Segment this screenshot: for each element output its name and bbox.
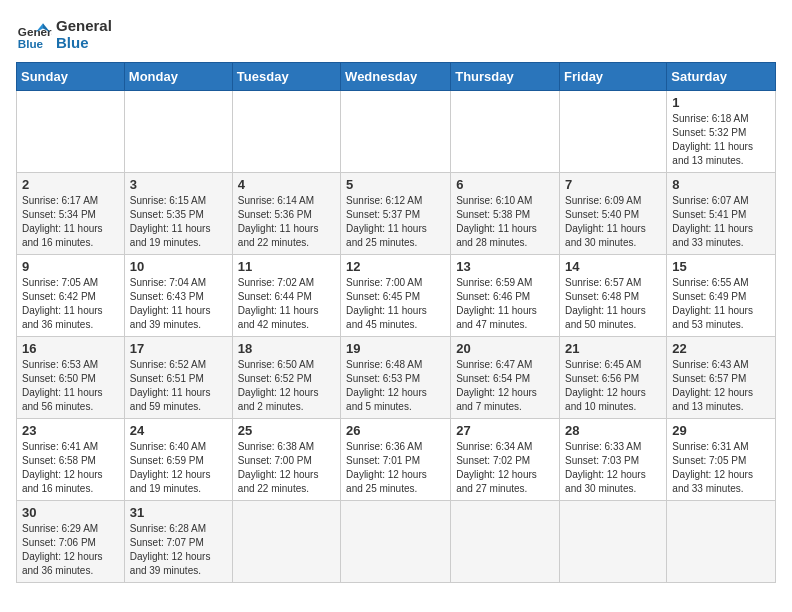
day-info: Sunrise: 6:34 AM Sunset: 7:02 PM Dayligh…: [456, 440, 554, 496]
day-info: Sunrise: 6:45 AM Sunset: 6:56 PM Dayligh…: [565, 358, 661, 414]
day-cell: 7Sunrise: 6:09 AM Sunset: 5:40 PM Daylig…: [560, 173, 667, 255]
day-number: 4: [238, 177, 335, 192]
day-info: Sunrise: 6:48 AM Sunset: 6:53 PM Dayligh…: [346, 358, 445, 414]
day-info: Sunrise: 6:57 AM Sunset: 6:48 PM Dayligh…: [565, 276, 661, 332]
day-cell: 10Sunrise: 7:04 AM Sunset: 6:43 PM Dayli…: [124, 255, 232, 337]
day-info: Sunrise: 6:18 AM Sunset: 5:32 PM Dayligh…: [672, 112, 770, 168]
logo-icon: General Blue: [16, 16, 52, 52]
day-cell: 29Sunrise: 6:31 AM Sunset: 7:05 PM Dayli…: [667, 419, 776, 501]
day-cell: [451, 501, 560, 583]
day-number: 13: [456, 259, 554, 274]
day-number: 15: [672, 259, 770, 274]
day-number: 20: [456, 341, 554, 356]
day-info: Sunrise: 6:09 AM Sunset: 5:40 PM Dayligh…: [565, 194, 661, 250]
day-cell: [560, 501, 667, 583]
day-cell: 31Sunrise: 6:28 AM Sunset: 7:07 PM Dayli…: [124, 501, 232, 583]
day-info: Sunrise: 6:36 AM Sunset: 7:01 PM Dayligh…: [346, 440, 445, 496]
day-number: 10: [130, 259, 227, 274]
day-info: Sunrise: 6:12 AM Sunset: 5:37 PM Dayligh…: [346, 194, 445, 250]
day-number: 11: [238, 259, 335, 274]
day-number: 5: [346, 177, 445, 192]
day-cell: 12Sunrise: 7:00 AM Sunset: 6:45 PM Dayli…: [341, 255, 451, 337]
day-number: 22: [672, 341, 770, 356]
day-info: Sunrise: 6:55 AM Sunset: 6:49 PM Dayligh…: [672, 276, 770, 332]
week-row-3: 9Sunrise: 7:05 AM Sunset: 6:42 PM Daylig…: [17, 255, 776, 337]
day-number: 24: [130, 423, 227, 438]
day-cell: 9Sunrise: 7:05 AM Sunset: 6:42 PM Daylig…: [17, 255, 125, 337]
day-info: Sunrise: 6:29 AM Sunset: 7:06 PM Dayligh…: [22, 522, 119, 578]
day-cell: 11Sunrise: 7:02 AM Sunset: 6:44 PM Dayli…: [232, 255, 340, 337]
logo-blue: Blue: [56, 34, 112, 51]
day-cell: 1Sunrise: 6:18 AM Sunset: 5:32 PM Daylig…: [667, 91, 776, 173]
day-number: 2: [22, 177, 119, 192]
weekday-saturday: Saturday: [667, 63, 776, 91]
day-cell: 8Sunrise: 6:07 AM Sunset: 5:41 PM Daylig…: [667, 173, 776, 255]
day-info: Sunrise: 6:28 AM Sunset: 7:07 PM Dayligh…: [130, 522, 227, 578]
day-cell: 30Sunrise: 6:29 AM Sunset: 7:06 PM Dayli…: [17, 501, 125, 583]
day-cell: 4Sunrise: 6:14 AM Sunset: 5:36 PM Daylig…: [232, 173, 340, 255]
day-number: 17: [130, 341, 227, 356]
day-info: Sunrise: 6:14 AM Sunset: 5:36 PM Dayligh…: [238, 194, 335, 250]
day-cell: 19Sunrise: 6:48 AM Sunset: 6:53 PM Dayli…: [341, 337, 451, 419]
day-cell: [667, 501, 776, 583]
day-info: Sunrise: 6:33 AM Sunset: 7:03 PM Dayligh…: [565, 440, 661, 496]
day-cell: 16Sunrise: 6:53 AM Sunset: 6:50 PM Dayli…: [17, 337, 125, 419]
day-number: 3: [130, 177, 227, 192]
day-cell: 5Sunrise: 6:12 AM Sunset: 5:37 PM Daylig…: [341, 173, 451, 255]
day-cell: [341, 91, 451, 173]
day-cell: [17, 91, 125, 173]
day-cell: 27Sunrise: 6:34 AM Sunset: 7:02 PM Dayli…: [451, 419, 560, 501]
weekday-friday: Friday: [560, 63, 667, 91]
day-cell: 14Sunrise: 6:57 AM Sunset: 6:48 PM Dayli…: [560, 255, 667, 337]
day-info: Sunrise: 6:40 AM Sunset: 6:59 PM Dayligh…: [130, 440, 227, 496]
day-info: Sunrise: 6:47 AM Sunset: 6:54 PM Dayligh…: [456, 358, 554, 414]
day-info: Sunrise: 6:31 AM Sunset: 7:05 PM Dayligh…: [672, 440, 770, 496]
day-cell: [232, 501, 340, 583]
logo-general: General: [56, 17, 112, 34]
logo: General Blue General Blue: [16, 16, 112, 52]
day-cell: 28Sunrise: 6:33 AM Sunset: 7:03 PM Dayli…: [560, 419, 667, 501]
day-cell: [341, 501, 451, 583]
day-info: Sunrise: 6:15 AM Sunset: 5:35 PM Dayligh…: [130, 194, 227, 250]
day-number: 9: [22, 259, 119, 274]
week-row-6: 30Sunrise: 6:29 AM Sunset: 7:06 PM Dayli…: [17, 501, 776, 583]
day-number: 8: [672, 177, 770, 192]
day-number: 29: [672, 423, 770, 438]
day-cell: 18Sunrise: 6:50 AM Sunset: 6:52 PM Dayli…: [232, 337, 340, 419]
week-row-1: 1Sunrise: 6:18 AM Sunset: 5:32 PM Daylig…: [17, 91, 776, 173]
day-number: 14: [565, 259, 661, 274]
day-number: 12: [346, 259, 445, 274]
day-cell: 25Sunrise: 6:38 AM Sunset: 7:00 PM Dayli…: [232, 419, 340, 501]
day-info: Sunrise: 6:10 AM Sunset: 5:38 PM Dayligh…: [456, 194, 554, 250]
day-number: 25: [238, 423, 335, 438]
day-number: 27: [456, 423, 554, 438]
day-info: Sunrise: 6:59 AM Sunset: 6:46 PM Dayligh…: [456, 276, 554, 332]
day-info: Sunrise: 6:17 AM Sunset: 5:34 PM Dayligh…: [22, 194, 119, 250]
day-cell: 20Sunrise: 6:47 AM Sunset: 6:54 PM Dayli…: [451, 337, 560, 419]
week-row-4: 16Sunrise: 6:53 AM Sunset: 6:50 PM Dayli…: [17, 337, 776, 419]
day-info: Sunrise: 6:50 AM Sunset: 6:52 PM Dayligh…: [238, 358, 335, 414]
weekday-monday: Monday: [124, 63, 232, 91]
page-header: General Blue General Blue: [16, 16, 776, 52]
day-cell: 24Sunrise: 6:40 AM Sunset: 6:59 PM Dayli…: [124, 419, 232, 501]
day-number: 23: [22, 423, 119, 438]
day-number: 6: [456, 177, 554, 192]
day-number: 21: [565, 341, 661, 356]
day-cell: 2Sunrise: 6:17 AM Sunset: 5:34 PM Daylig…: [17, 173, 125, 255]
day-info: Sunrise: 7:00 AM Sunset: 6:45 PM Dayligh…: [346, 276, 445, 332]
day-cell: 3Sunrise: 6:15 AM Sunset: 5:35 PM Daylig…: [124, 173, 232, 255]
day-number: 19: [346, 341, 445, 356]
day-cell: 23Sunrise: 6:41 AM Sunset: 6:58 PM Dayli…: [17, 419, 125, 501]
weekday-header-row: SundayMondayTuesdayWednesdayThursdayFrid…: [17, 63, 776, 91]
day-cell: 21Sunrise: 6:45 AM Sunset: 6:56 PM Dayli…: [560, 337, 667, 419]
day-cell: 26Sunrise: 6:36 AM Sunset: 7:01 PM Dayli…: [341, 419, 451, 501]
day-number: 26: [346, 423, 445, 438]
week-row-2: 2Sunrise: 6:17 AM Sunset: 5:34 PM Daylig…: [17, 173, 776, 255]
day-cell: 15Sunrise: 6:55 AM Sunset: 6:49 PM Dayli…: [667, 255, 776, 337]
day-info: Sunrise: 6:52 AM Sunset: 6:51 PM Dayligh…: [130, 358, 227, 414]
day-number: 7: [565, 177, 661, 192]
day-cell: [451, 91, 560, 173]
day-info: Sunrise: 6:53 AM Sunset: 6:50 PM Dayligh…: [22, 358, 119, 414]
day-info: Sunrise: 6:38 AM Sunset: 7:00 PM Dayligh…: [238, 440, 335, 496]
calendar-table: SundayMondayTuesdayWednesdayThursdayFrid…: [16, 62, 776, 583]
